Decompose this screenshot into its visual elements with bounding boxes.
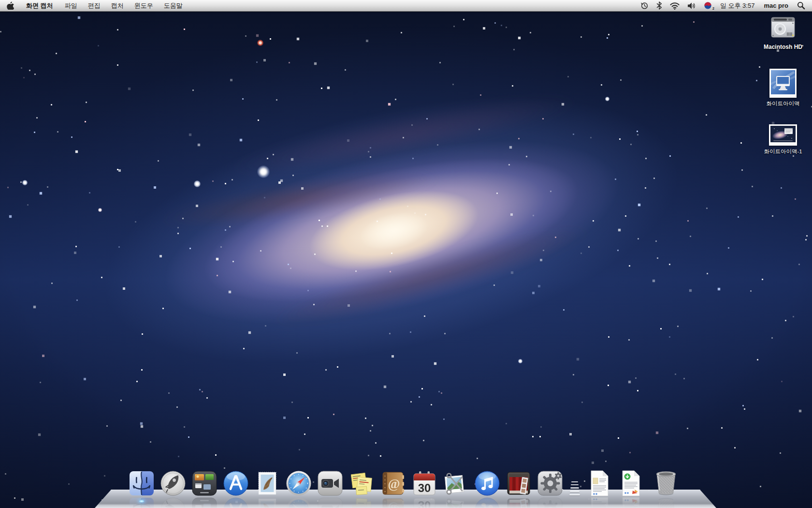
dock-stickies-icon[interactable]: [348, 470, 375, 496]
menu-clock[interactable]: 일 오후 3:57: [716, 1, 759, 10]
dock-mail-icon[interactable]: [254, 470, 280, 496]
dock-itunes-icon[interactable]: [474, 470, 500, 496]
dock-separator: [568, 470, 581, 496]
menu-user-name[interactable]: mac pro: [759, 2, 793, 9]
apple-menu[interactable]: [0, 1, 21, 10]
input-source-badge: 2: [712, 7, 714, 10]
dock-photo-booth-icon[interactable]: [506, 470, 532, 496]
dock-trash-icon[interactable]: [652, 468, 680, 496]
apple-logo-icon: [7, 1, 14, 10]
ical-date-text: 30: [418, 481, 431, 494]
finder-running-indicator: [139, 500, 145, 503]
desktop-icon-macintosh-hd[interactable]: Macintosh HD: [751, 13, 812, 50]
input-source-korean-flag-icon[interactable]: 2: [700, 0, 716, 11]
dock-document-1-icon[interactable]: [589, 470, 609, 496]
menu-item-window[interactable]: 윈도우: [129, 0, 159, 11]
desktop-icon-label: 화이트아이맥-1: [764, 148, 802, 155]
wallpaper-andromeda-galaxy: [0, 0, 812, 508]
menu-item-edit[interactable]: 편집: [83, 0, 106, 11]
time-machine-icon[interactable]: [637, 0, 652, 11]
galaxy: [9, 21, 774, 441]
spotlight-icon[interactable]: [793, 0, 812, 11]
desktop-icon-white-imac-1-image[interactable]: 화이트아이맥-1: [751, 124, 812, 155]
dock-document-2-icon[interactable]: [621, 470, 641, 496]
bluetooth-icon[interactable]: [652, 0, 666, 11]
dock-safari-icon[interactable]: [286, 470, 312, 496]
menu-item-file[interactable]: 파일: [59, 0, 83, 11]
image-file-icon: [769, 124, 797, 146]
menu-item-help[interactable]: 도움말: [159, 0, 188, 11]
dock-finder-icon[interactable]: [129, 470, 155, 496]
dock-mission-control-icon[interactable]: [191, 470, 218, 496]
desktop-icon-white-imac-image[interactable]: 화이트아이맥: [751, 69, 812, 107]
dock-facetime-icon[interactable]: [317, 470, 343, 496]
dock-launchpad-icon[interactable]: [160, 470, 186, 496]
dock: @ 30: [0, 450, 812, 508]
volume-icon[interactable]: [683, 0, 700, 11]
image-file-icon: [769, 69, 797, 98]
desktop-icon-label: 화이트아이맥: [767, 100, 800, 107]
dock-app-store-icon[interactable]: [223, 470, 249, 496]
menu-item-screen-capture[interactable]: 화면 캡처: [21, 0, 59, 11]
dock-address-book-icon[interactable]: @: [380, 470, 406, 496]
desktop-icon-label: Macintosh HD: [764, 44, 802, 50]
menu-bar: 화면 캡처 파일 편집 캡처 윈도우 도움말: [0, 0, 812, 12]
menu-item-capture[interactable]: 캡처: [106, 0, 129, 11]
wifi-icon[interactable]: [666, 0, 683, 11]
dock-ical-icon[interactable]: 30: [411, 470, 437, 496]
address-book-at-glyph: @: [388, 477, 400, 491]
dock-system-preferences-icon[interactable]: [537, 470, 563, 496]
hard-drive-icon: [768, 13, 798, 41]
dock-preview-icon[interactable]: [443, 470, 469, 496]
